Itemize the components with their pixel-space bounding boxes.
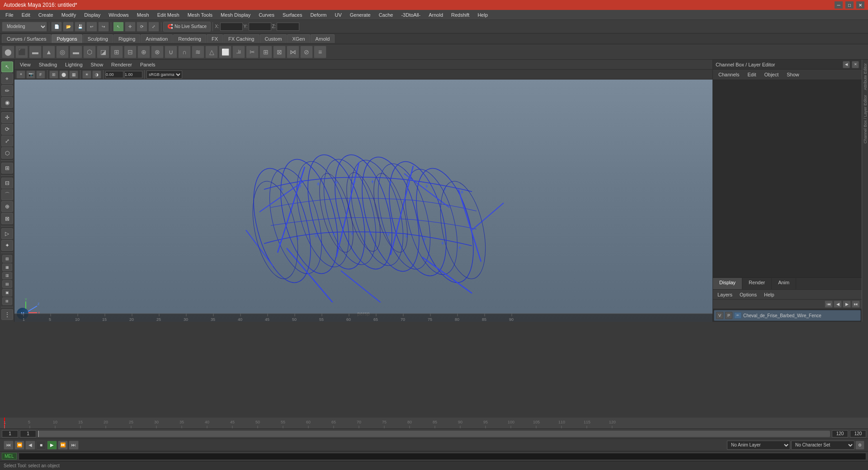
shelf-tab-sculpting[interactable]: Sculpting [83, 34, 113, 43]
snap-to-grid[interactable]: ⊟ [1, 178, 13, 188]
vp-menu-shading[interactable]: Shading [35, 61, 61, 68]
menu-cache[interactable]: Cache [375, 11, 397, 19]
vp-textured[interactable]: ▦ [69, 70, 78, 79]
move-tool[interactable]: ✛ [1, 112, 13, 123]
lasso-tool[interactable]: ⌖ [1, 73, 13, 84]
menu-display[interactable]: Display [80, 11, 104, 19]
shelf-icon-triangulate[interactable]: △ [205, 46, 218, 58]
vp-menu-view[interactable]: View [16, 61, 34, 68]
menu-file[interactable]: File [2, 11, 17, 19]
layer-display4[interactable]: ▤ [2, 280, 12, 288]
channel-collapse-button[interactable]: ◀ [843, 61, 850, 68]
vp-cam-front[interactable]: F [36, 70, 45, 79]
layer-display1[interactable]: ▧ [2, 255, 12, 263]
layer-next-button[interactable]: ▶ [843, 301, 851, 308]
vp-menu-panels[interactable]: Panels [137, 61, 159, 68]
shelf-icon-delete-edge[interactable]: ⊘ [300, 46, 313, 58]
shelf-tab-polygons[interactable]: Polygons [52, 34, 82, 43]
layers-sub-item[interactable]: Layers [715, 291, 735, 298]
shelf-icon-quad[interactable]: ⬜ [219, 46, 231, 58]
shelf-tab-rendering[interactable]: Rendering [173, 34, 206, 43]
select-tool-button[interactable]: ↖ [113, 22, 124, 32]
menu-edit-mesh[interactable]: Edit Mesh [154, 11, 183, 19]
shelf-icon-sphere[interactable]: ⬤ [2, 46, 14, 58]
vp-menu-show[interactable]: Show [87, 61, 107, 68]
shelf-icon-slide-edge[interactable]: ≡ [314, 46, 326, 58]
open-scene-button[interactable]: 📂 [63, 22, 74, 32]
shelf-icon-extrude[interactable]: ⬡ [83, 46, 96, 58]
shelf-icon-smooth[interactable]: ≋ [192, 46, 204, 58]
goto-end-button[interactable]: ⏭ [69, 441, 79, 450]
shelf-tab-fx-caching[interactable]: FX Caching [223, 34, 259, 43]
step-forward-button[interactable]: ⏩ [58, 441, 68, 450]
snap-to-view[interactable]: ⊠ [1, 213, 13, 224]
show-manip[interactable]: ⊞ [1, 163, 13, 174]
object-menu[interactable]: Object [760, 71, 782, 78]
shelf-icon-bridge[interactable]: ⊞ [110, 46, 123, 58]
shelf-icon-combine[interactable]: ⊕ [137, 46, 150, 58]
channel-expand-button[interactable]: ✕ [852, 61, 859, 68]
menu-generate[interactable]: Generate [346, 11, 374, 19]
shelf-icon-bevel[interactable]: ◪ [97, 46, 109, 58]
range-end-input[interactable] [832, 430, 848, 437]
redo-button[interactable]: ↪ [98, 22, 109, 32]
layer-visibility-button[interactable]: V [716, 312, 723, 319]
x-input[interactable] [220, 23, 243, 31]
shelf-tab-fx[interactable]: FX [207, 34, 223, 43]
range-start-input[interactable] [2, 430, 18, 437]
shelf-tab-curves-surfaces[interactable]: Curves / Surfaces [2, 34, 51, 43]
shelf-icon-multi-cut[interactable]: ✂ [246, 46, 259, 58]
save-scene-button[interactable]: 💾 [75, 22, 85, 32]
shelf-icon-mirror[interactable]: ⫡ [232, 46, 245, 58]
menu-create[interactable]: Create [35, 11, 57, 19]
play-forward-button[interactable]: ▶ [47, 441, 57, 450]
play-back-button[interactable]: ◀ [25, 441, 35, 450]
menu-redshift[interactable]: Redshift [448, 11, 473, 19]
menu-deform[interactable]: Deform [307, 11, 330, 19]
vp-cam-select[interactable]: ⌖ [16, 70, 25, 79]
workspace-dropdown[interactable]: Modeling [2, 22, 47, 32]
snap-to-curve[interactable]: ⌒ [1, 189, 13, 200]
vp-wireframe[interactable]: ⊞ [49, 70, 58, 79]
shelf-tab-rigging[interactable]: Rigging [113, 34, 140, 43]
anim-layer-dropdown[interactable]: No Anim Layer [727, 441, 790, 450]
layer-display2[interactable]: ▦ [2, 263, 12, 271]
layer-tab-render[interactable]: Render [742, 278, 772, 289]
layer-color-swatch[interactable]: ✏ [734, 312, 741, 319]
new-scene-button[interactable]: 📄 [51, 22, 62, 32]
layer-display6[interactable]: ⊞ [2, 297, 12, 305]
menu-arnold[interactable]: Arnold [425, 11, 447, 19]
paint-tool[interactable]: ✏ [1, 85, 13, 96]
snap-to-point[interactable]: ⊕ [1, 201, 13, 212]
render-region[interactable]: ▷ [1, 228, 13, 239]
layer-last-button[interactable]: ⏭ [852, 301, 860, 308]
shelf-icon-torus[interactable]: ◎ [56, 46, 69, 58]
edit-menu[interactable]: Edit [744, 71, 760, 78]
more-tools[interactable]: ⋮ [1, 309, 13, 320]
y-input[interactable] [249, 23, 271, 31]
shelf-icon-cube[interactable]: ⬛ [15, 46, 28, 58]
shelf-icon-plane[interactable]: ▬ [70, 46, 82, 58]
select-tool[interactable]: ↖ [1, 61, 13, 72]
vp-cam-persp[interactable]: 📷 [26, 70, 35, 79]
anim-preferences-button[interactable]: ⚙ [855, 441, 864, 450]
rotate-tool-button[interactable]: ⟳ [137, 22, 147, 32]
attr-editor-tab[interactable]: Attribute Editor Channel Box / Layer Edi… [862, 60, 868, 322]
vp-lighting-btn[interactable]: ☀ [82, 70, 91, 79]
anim-end-input[interactable] [850, 430, 866, 437]
move-tool-button[interactable]: ✛ [125, 22, 136, 32]
shelf-icon-append[interactable]: ⊠ [273, 46, 286, 58]
maximize-button[interactable]: □ [845, 1, 854, 9]
menu-3dto-all[interactable]: -3DtoAll- [397, 11, 424, 19]
layer-create-button[interactable]: ⏮ [825, 301, 833, 308]
z-input[interactable] [277, 23, 299, 31]
stop-button[interactable]: ■ [36, 441, 46, 450]
soft-select-tool[interactable]: ◉ [1, 97, 13, 108]
mel-input[interactable] [19, 453, 866, 460]
shelf-icon-insert-edgeloop[interactable]: ⊞ [259, 46, 272, 58]
layer-display3[interactable]: ▥ [2, 272, 12, 280]
vp-gamma-select[interactable]: sRGB gamma [146, 70, 182, 79]
minimize-button[interactable]: ─ [835, 1, 843, 9]
layer-tab-display[interactable]: Display [713, 278, 742, 289]
shelf-icon-separate[interactable]: ⊗ [151, 46, 164, 58]
